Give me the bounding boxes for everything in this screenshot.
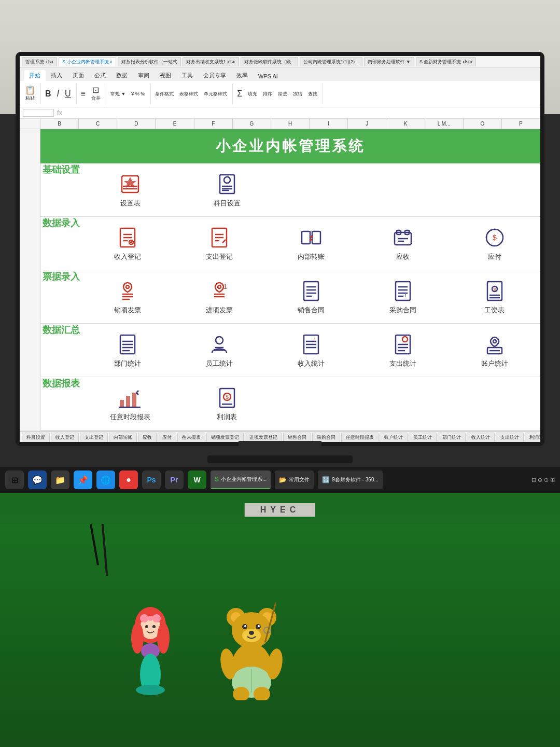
- underline-button[interactable]: U: [63, 89, 73, 99]
- sheet-tab-7[interactable]: 销项发票登记: [206, 433, 244, 442]
- paste-icon: 📋: [25, 86, 35, 94]
- sheet-tab-6[interactable]: 往来报表: [177, 433, 205, 442]
- sheet-tab-15[interactable]: 收入统计: [467, 433, 495, 442]
- svg-point-91: [140, 614, 148, 622]
- taskbar-nail[interactable]: 📌: [74, 471, 92, 489]
- btn-profit-table[interactable]: $ 利润表: [178, 380, 275, 427]
- figurine-mermaid: [124, 602, 176, 695]
- table-style-button[interactable]: 表格样式: [177, 90, 200, 99]
- taskbar-premiere[interactable]: Pr: [165, 471, 184, 489]
- sheet-tab-14[interactable]: 部门统计: [438, 433, 466, 442]
- tab-2[interactable]: 财务报表分析软件（一站式: [118, 57, 181, 66]
- cell-style-button[interactable]: 单元格样式: [202, 90, 229, 99]
- tab-1[interactable]: S 小企业内帐管理系统.x: [59, 57, 116, 66]
- svg-text:$: $: [226, 394, 229, 400]
- sheet-tab-9[interactable]: 销售合同: [283, 433, 311, 442]
- btn-payable[interactable]: $ 应付: [449, 220, 540, 267]
- sheet-tab-16[interactable]: 支出统计: [496, 433, 524, 442]
- taskbar-photoshop[interactable]: Ps: [142, 471, 161, 489]
- paste-button[interactable]: 📋 粘贴: [23, 85, 37, 103]
- btn-purchase-invoice[interactable]: 1 进项发票: [174, 273, 265, 320]
- ribbon-tab-wpsai[interactable]: WPS AI: [253, 72, 283, 81]
- section-basics-label: 基础设置: [40, 163, 82, 216]
- merge-button[interactable]: ⊡ 合并: [89, 85, 103, 103]
- taskbar-app-red[interactable]: ●: [119, 471, 138, 489]
- taskbar-browser[interactable]: 🌐: [96, 471, 115, 489]
- tab-4[interactable]: 财务做账软件系统（账...: [241, 57, 299, 66]
- toolbar-style-group: 条件格式 表格样式 单元格样式: [153, 84, 233, 104]
- taskbar-file-explorer[interactable]: 📁: [51, 471, 69, 489]
- sheet-tab-1[interactable]: 收入登记: [51, 433, 79, 442]
- ribbon-tab-home[interactable]: 开始: [24, 70, 46, 81]
- currency-button[interactable]: ¥ % ‰: [129, 90, 147, 98]
- btn-period-report[interactable]: 任意时段报表: [82, 380, 178, 427]
- btn-salary-table[interactable]: $ 工资表: [449, 273, 540, 320]
- sheet-tab-13[interactable]: 员工统计: [409, 433, 437, 442]
- sheet-tab-17[interactable]: 利润表: [525, 433, 540, 442]
- cell-reference-input[interactable]: [23, 109, 54, 117]
- ribbon-tab-formula[interactable]: 公式: [89, 70, 111, 81]
- btn-dept-stats[interactable]: 部门统计: [82, 327, 174, 374]
- taskbar-wechat[interactable]: 💬: [28, 471, 47, 489]
- btn-settings-table[interactable]: 设置表: [82, 167, 178, 213]
- tab-7[interactable]: S 全新财务管理系统.xlsm: [416, 57, 476, 66]
- ribbon-tab-view[interactable]: 视图: [155, 70, 176, 81]
- taskbar-360[interactable]: 🔢 9套财务软件 - 360...: [318, 471, 382, 489]
- btn-income-stats[interactable]: ! 收入统计: [265, 327, 357, 374]
- svg-rect-42: [396, 282, 410, 300]
- sheet-tab-2[interactable]: 支出登记: [80, 433, 108, 442]
- internal-transfer-label: 内部转账: [298, 252, 325, 261]
- sheet-tab-3[interactable]: 内部转账: [109, 433, 137, 442]
- files-icon: 📂: [279, 476, 287, 483]
- btn-sales-contract[interactable]: 销售合同: [265, 273, 357, 320]
- browser-tabs: 管理系统.xlsx S 小企业内帐管理系统.x 财务报表分析软件（一站式 财务出…: [20, 56, 540, 67]
- number-format-button[interactable]: 常规 ▼: [108, 90, 128, 99]
- ribbon-tab-review[interactable]: 审阅: [133, 70, 155, 81]
- ribbon-tab-member[interactable]: 会员专享: [198, 70, 231, 81]
- btn-expense-register[interactable]: 支出登记: [174, 220, 265, 267]
- align-left-button[interactable]: ≡: [79, 89, 88, 99]
- ribbon-tab-insert[interactable]: 插入: [46, 70, 67, 81]
- btn-internal-transfer[interactable]: 内部转账: [265, 220, 357, 267]
- sheet-tab-0[interactable]: 科目设置: [22, 433, 50, 442]
- expense-stats-label: 支出统计: [389, 359, 416, 368]
- sheet-tab-4[interactable]: 应收: [138, 433, 157, 442]
- taskbar-mgmt-system[interactable]: S 小企业内帐管理系...: [211, 471, 271, 489]
- sheet-tab-5[interactable]: 应付: [158, 433, 176, 442]
- btn-expense-stats[interactable]: 支出统计: [357, 327, 449, 374]
- ribbon-tab-data[interactable]: 数据: [111, 70, 133, 81]
- btn-receivable[interactable]: 应收: [357, 220, 449, 267]
- tab-3[interactable]: 财务出纳收支系统1.xlsx: [183, 57, 239, 66]
- taskbar-common-files[interactable]: 📂 常用文件: [275, 471, 314, 489]
- sum-button[interactable]: Σ: [235, 89, 244, 99]
- formula-input[interactable]: [65, 110, 537, 116]
- expense-register-label: 支出登记: [206, 252, 233, 261]
- find-button[interactable]: 查找: [306, 90, 319, 99]
- tab-0[interactable]: 管理系统.xlsx: [22, 57, 57, 66]
- btn-purchase-contract[interactable]: ! 采购合同: [357, 273, 449, 320]
- btn-account-stats[interactable]: 账户统计: [449, 327, 540, 374]
- bold-button[interactable]: B: [43, 89, 53, 99]
- tab-6[interactable]: 内部账务处理软件 ▼: [364, 57, 414, 66]
- sheet-tab-8[interactable]: 进项发票登记: [245, 433, 282, 442]
- tab-5[interactable]: 公司内账管理系统1(1)(2)...: [300, 57, 362, 66]
- salary-table-label: 工资表: [484, 306, 505, 315]
- ribbon-tab-tools[interactable]: 工具: [176, 70, 198, 81]
- svg-text:!: !: [314, 338, 316, 343]
- btn-income-register[interactable]: 收入登记: [82, 220, 174, 267]
- freeze-button[interactable]: 冻结: [291, 90, 304, 99]
- btn-subject-settings[interactable]: 科目设置: [178, 167, 275, 213]
- btn-sales-invoice[interactable]: 销项发票: [82, 273, 174, 320]
- conditional-format-button[interactable]: 条件格式: [153, 90, 176, 99]
- filter-button[interactable]: 筛选: [276, 90, 289, 99]
- italic-button[interactable]: I: [55, 89, 61, 99]
- sheet-tab-11[interactable]: 任意时段报表: [341, 433, 379, 442]
- ribbon-tab-efficiency[interactable]: 效率: [231, 70, 253, 81]
- ribbon-tab-page[interactable]: 页面: [67, 70, 89, 81]
- taskbar-wps[interactable]: W: [188, 471, 206, 489]
- fill-button[interactable]: 填充: [246, 90, 259, 99]
- sheet-tab-10[interactable]: 采购合同: [312, 433, 340, 442]
- sheet-tab-12[interactable]: 账户统计: [380, 433, 408, 442]
- btn-employee-stats[interactable]: 员工统计: [174, 327, 265, 374]
- sort-button[interactable]: 排序: [261, 90, 274, 99]
